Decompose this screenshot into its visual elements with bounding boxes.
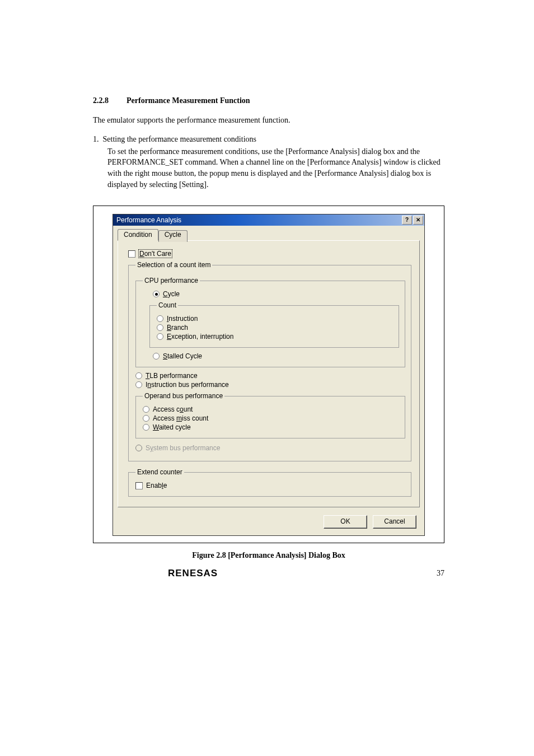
radio-circle-icon bbox=[143, 415, 149, 422]
radio-circle-icon bbox=[157, 315, 163, 322]
radio-access-count-label: Access count bbox=[153, 405, 193, 413]
page-number: 37 bbox=[437, 569, 444, 578]
body-paragraph-1: The emulator supports the performance me… bbox=[93, 115, 444, 126]
renesas-logo: RENESAS bbox=[168, 568, 218, 579]
radio-access-miss[interactable]: Access miss count bbox=[143, 414, 399, 422]
radio-access-miss-label: Access miss count bbox=[153, 414, 208, 422]
radio-exception[interactable]: Exception, interruption bbox=[157, 333, 393, 340]
group-cpu-legend: CPU performance bbox=[143, 277, 200, 284]
group-operand-bus: Operand bus performance Access count Acc… bbox=[135, 392, 405, 438]
dont-care-label: Don't Care bbox=[139, 250, 172, 258]
group-cpu-performance: CPU performance Cycle Count Instruction bbox=[135, 277, 405, 367]
radio-system-bus: System bus performance bbox=[135, 444, 405, 452]
group-selection-of-count-item: Selection of a count item CPU performanc… bbox=[128, 261, 411, 461]
ok-button[interactable]: OK bbox=[324, 515, 367, 529]
radio-waited-cycle[interactable]: Waited cycle bbox=[143, 423, 399, 431]
radio-circle-icon bbox=[157, 324, 163, 331]
list-number: 1. bbox=[93, 135, 99, 143]
tab-panel-condition: Don't Care Selection of a count item CPU… bbox=[118, 240, 420, 507]
group-selection-legend: Selection of a count item bbox=[135, 261, 212, 269]
radio-instr-bus-label: Instruction bus performance bbox=[146, 381, 229, 389]
radio-system-bus-label: System bus performance bbox=[146, 444, 220, 452]
radio-circle-icon bbox=[143, 424, 149, 431]
enable-label: Enable bbox=[146, 482, 167, 489]
dialog-titlebar: Performance Analysis ? ✕ bbox=[113, 214, 424, 226]
radio-circle-icon bbox=[135, 372, 142, 379]
radio-tlb-performance[interactable]: TLB performance bbox=[135, 372, 405, 380]
radio-stalled-label: Stalled Cycle bbox=[163, 352, 202, 360]
section-title: Performance Measurement Function bbox=[127, 96, 250, 105]
group-extend-legend: Extend counter bbox=[135, 468, 184, 476]
radio-circle-icon bbox=[135, 445, 142, 451]
radio-stalled-cycle[interactable]: Stalled Cycle bbox=[153, 352, 399, 360]
figure-container: Performance Analysis ? ✕ Condition Cycle… bbox=[93, 206, 444, 543]
close-button[interactable]: ✕ bbox=[413, 216, 423, 225]
group-extend-counter: Extend counter Enable bbox=[128, 468, 411, 497]
group-operand-legend: Operand bus performance bbox=[143, 392, 224, 400]
radio-cycle[interactable]: Cycle bbox=[153, 290, 399, 298]
help-button[interactable]: ? bbox=[402, 216, 412, 225]
radio-cycle-label: Cycle bbox=[163, 290, 180, 298]
tab-strip: Condition Cycle bbox=[118, 229, 420, 241]
section-number: 2.2.8 bbox=[93, 96, 124, 105]
list-body: To set the performance measurement condi… bbox=[107, 146, 444, 190]
dialog-body: Condition Cycle Don't Care Selection of … bbox=[113, 226, 424, 535]
checkbox-box-icon bbox=[135, 482, 143, 489]
enable-checkbox[interactable]: Enable bbox=[135, 482, 405, 489]
section-heading: 2.2.8 Performance Measurement Function bbox=[93, 95, 444, 105]
group-count: Count Instruction Branch bbox=[149, 301, 399, 348]
radio-circle-icon bbox=[157, 333, 163, 340]
list-head: Setting the performance measurement cond… bbox=[103, 135, 256, 143]
radio-circle-icon bbox=[153, 291, 160, 297]
checkbox-box-icon bbox=[128, 250, 135, 258]
radio-instruction-bus[interactable]: Instruction bus performance bbox=[135, 381, 405, 389]
radio-dot-icon bbox=[155, 293, 158, 296]
group-count-legend: Count bbox=[157, 301, 178, 309]
radio-instruction-label: Instruction bbox=[167, 315, 198, 323]
list-item-1: 1. Setting the performance measurement c… bbox=[93, 135, 444, 144]
radio-waited-label: Waited cycle bbox=[153, 423, 191, 431]
page-footer: RENESAS 37 bbox=[0, 568, 534, 579]
radio-circle-icon bbox=[135, 381, 142, 388]
dont-care-checkbox[interactable]: Don't Care bbox=[128, 250, 411, 258]
tab-cycle[interactable]: Cycle bbox=[158, 230, 188, 242]
radio-branch[interactable]: Branch bbox=[157, 324, 393, 332]
radio-circle-icon bbox=[153, 353, 160, 360]
figure-caption: Figure 2.8 [Performance Analysis] Dialog… bbox=[93, 551, 444, 560]
radio-tlb-label: TLB performance bbox=[146, 372, 198, 380]
radio-circle-icon bbox=[143, 406, 149, 413]
cancel-button[interactable]: Cancel bbox=[373, 515, 416, 529]
radio-exception-label: Exception, interruption bbox=[167, 333, 233, 340]
radio-branch-label: Branch bbox=[167, 324, 188, 332]
tab-condition[interactable]: Condition bbox=[118, 229, 158, 241]
radio-instruction[interactable]: Instruction bbox=[157, 315, 393, 323]
dialog-title: Performance Analysis bbox=[116, 216, 181, 224]
performance-analysis-dialog: Performance Analysis ? ✕ Condition Cycle… bbox=[113, 214, 425, 536]
radio-access-count[interactable]: Access count bbox=[143, 405, 399, 413]
